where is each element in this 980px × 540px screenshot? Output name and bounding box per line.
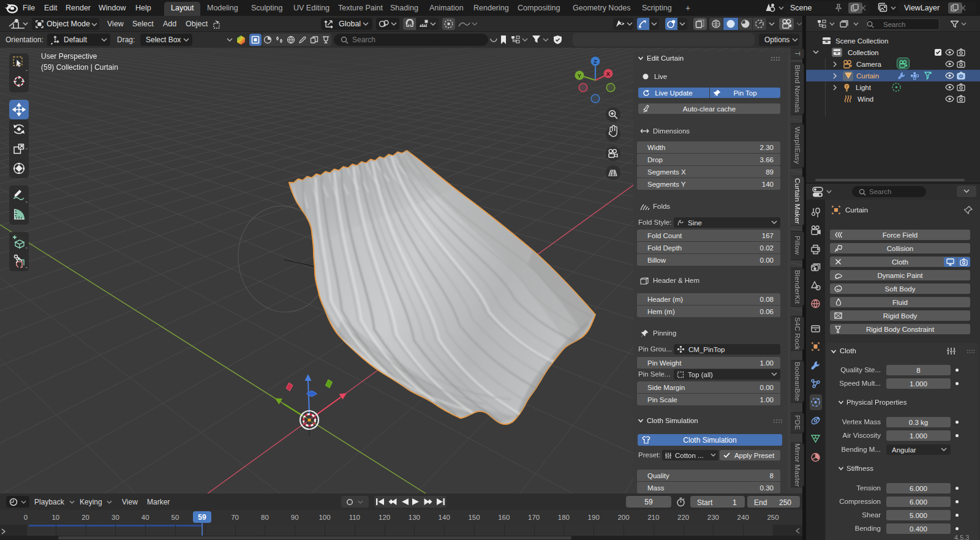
svg-text:(59) Collection | Curtain: (59) Collection | Curtain	[41, 63, 118, 72]
svg-text:User Perspective: User Perspective	[41, 52, 97, 61]
svg-text:X: X	[606, 70, 611, 77]
svg-text:Y: Y	[578, 72, 582, 79]
svg-text:Z: Z	[594, 58, 597, 65]
